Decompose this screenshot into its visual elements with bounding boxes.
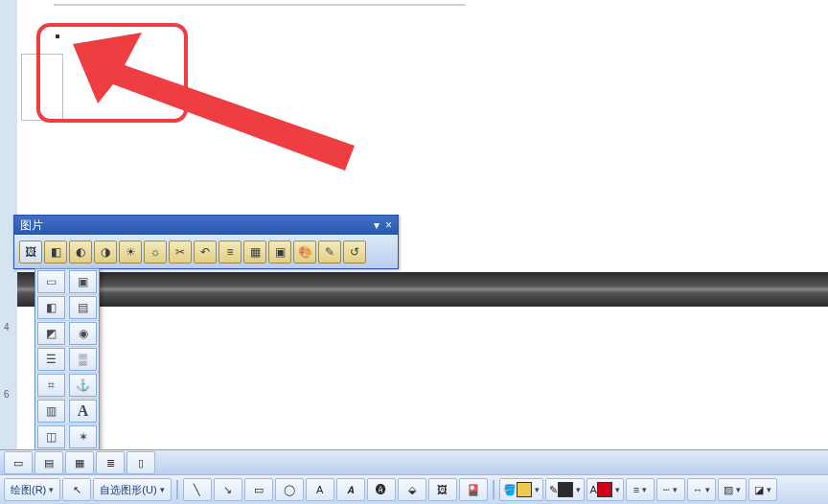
wrap-inline-icon[interactable]: ▭ [37, 270, 65, 293]
left-ruler-marks: 46 [2, 303, 15, 454]
font-color-icon[interactable]: A [586, 478, 624, 501]
wrap-text-icon[interactable]: ▥ [37, 400, 65, 423]
picture-icon[interactable]: 🎴 [459, 478, 488, 501]
more-brightness-icon[interactable]: ☀ [119, 241, 142, 263]
vertical-text-box-icon[interactable]: 𝘼 [336, 478, 365, 501]
more-contrast-icon[interactable]: ◐ [69, 241, 92, 263]
wrap-option-b-icon[interactable]: ✶ [69, 425, 97, 448]
wordart-icon[interactable]: 🅐 [367, 478, 396, 501]
clipart-icon[interactable]: 🖼 [428, 478, 457, 501]
insert-picture-icon[interactable]: 🖼 [19, 241, 42, 263]
fill-color-icon[interactable]: 🪣 [499, 478, 543, 501]
less-brightness-icon[interactable]: ☼ [144, 241, 167, 263]
status-strip [17, 272, 828, 307]
web-layout-view-icon[interactable]: ▤ [34, 451, 63, 474]
text-box-icon[interactable]: A [306, 478, 334, 501]
dash-style-icon[interactable]: ┄ [656, 478, 685, 501]
wrap-tight-icon[interactable]: ◧ [37, 296, 65, 319]
oval-icon[interactable]: ◯ [275, 478, 304, 501]
wrap-through-icon[interactable]: ◉ [69, 322, 97, 345]
separator [493, 480, 494, 499]
rectangle-icon[interactable]: ▭ [244, 478, 273, 501]
picture-toolbar-titlebar[interactable]: 图片 ▾ × [14, 216, 398, 235]
wrap-top-bottom-icon[interactable]: ☰ [37, 348, 65, 371]
outline-view-icon[interactable]: ≣ [96, 451, 125, 474]
line-style-icon[interactable]: ≡ [626, 478, 655, 501]
less-contrast-icon[interactable]: ◑ [94, 241, 117, 263]
wrap-in-front-icon[interactable]: ◩ [37, 322, 65, 345]
color-chip [517, 482, 532, 497]
wrap-more-layout-icon[interactable]: ⌗ [37, 374, 65, 397]
text-wrapping-icon[interactable]: ▣ [268, 241, 291, 263]
view-switch-bar: ▭▤▦≣▯ [0, 449, 828, 475]
app-root: 图片 ▾ × 🖼◧◐◑☀☼✂↶≡▦▣🎨✎↺ ▭▣◧▤◩◉☰▒⌗⚓▥A◫✶ 46 … [0, 0, 828, 504]
color-chip [597, 482, 612, 497]
crop-icon[interactable]: ✂ [169, 241, 192, 263]
color-chip [558, 482, 573, 497]
line-icon[interactable]: ╲ [183, 478, 212, 501]
arrow-icon[interactable]: ↘ [214, 478, 242, 501]
line-style-icon[interactable]: ≡ [218, 241, 242, 263]
select-objects-icon[interactable]: ↖ [62, 478, 91, 501]
wrap-behind-text-icon[interactable]: ▤ [69, 296, 97, 319]
color-icon[interactable]: ◧ [44, 241, 67, 263]
drawing-toolbar: 绘图(R)↖自选图形(U)╲↘▭◯A𝘼🅐⬙🖼🎴🪣✎A≡┄↔▨◪ [0, 474, 828, 504]
picture-toolbar-title: 图片 [20, 218, 43, 234]
draw-menu-button[interactable]: 绘图(R) [4, 478, 60, 501]
ruler-mark: 4 [4, 322, 10, 332]
close-icon[interactable]: × [385, 218, 392, 232]
autoshapes-menu-button[interactable]: 自选图形(U) [93, 478, 171, 501]
normal-view-icon[interactable]: ▭ [4, 451, 33, 474]
cursor-dot [56, 34, 59, 38]
line-color-icon[interactable]: ✎ [545, 478, 585, 501]
wrap-option-a-icon[interactable]: ◫ [37, 425, 65, 448]
set-transparent-color-icon[interactable]: ✎ [318, 241, 341, 263]
wrap-anchor-icon[interactable]: ⚓ [69, 374, 97, 397]
arrow-style-icon[interactable]: ↔ [687, 478, 716, 501]
rotate-left-icon[interactable]: ↶ [194, 241, 217, 263]
picture-toolbar-row: 🖼◧◐◑☀☼✂↶≡▦▣🎨✎↺ [14, 235, 398, 268]
picture-toolbar[interactable]: 图片 ▾ × 🖼◧◐◑☀☼✂↶≡▦▣🎨✎↺ [13, 215, 399, 269]
wrap-letter-icon[interactable]: A [69, 400, 97, 423]
format-picture-icon[interactable]: 🎨 [293, 241, 316, 263]
reset-picture-icon[interactable]: ↺ [343, 241, 366, 263]
separator [176, 480, 178, 499]
text-wrapping-dropdown[interactable]: ▭▣◧▤◩◉☰▒⌗⚓▥A◫✶ [34, 268, 100, 451]
shadow-style-icon[interactable]: ▨ [718, 478, 747, 501]
wrap-edit-points-icon[interactable]: ▒ [69, 348, 97, 371]
toolbar-options-icon[interactable]: ▾ [374, 218, 380, 232]
document-top-edge [54, 4, 466, 6]
print-layout-view-icon[interactable]: ▦ [65, 451, 94, 474]
3d-style-icon[interactable]: ◪ [748, 478, 777, 501]
diagram-icon[interactable]: ⬙ [398, 478, 426, 501]
compress-pictures-icon[interactable]: ▦ [243, 241, 266, 263]
wrap-square-icon[interactable]: ▣ [69, 270, 97, 293]
ruler-mark: 6 [4, 389, 10, 400]
reading-view-icon[interactable]: ▯ [126, 451, 155, 474]
